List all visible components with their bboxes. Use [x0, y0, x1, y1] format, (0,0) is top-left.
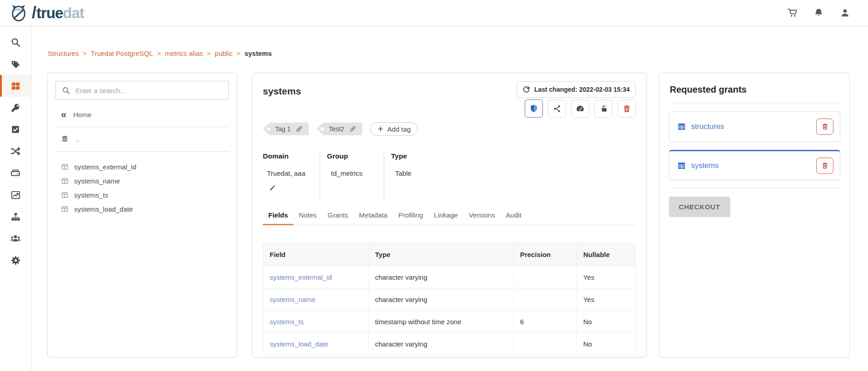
tree-field-item[interactable]: systems_external_id [61, 160, 229, 174]
breadcrumb-link[interactable]: Structures [48, 49, 79, 57]
remove-grant-button[interactable] [816, 119, 833, 135]
grant-link[interactable]: systems [691, 161, 719, 170]
tab-notes[interactable]: Notes [293, 211, 322, 225]
last-changed-label: Last changed: 2022-02-03 15:34 [534, 86, 630, 93]
breadcrumb-separator: > [207, 50, 211, 57]
column-header-nullable: Nullable [577, 243, 635, 266]
breadcrumb-link[interactable]: public [215, 49, 232, 57]
last-changed-button[interactable]: Last changed: 2022-02-03 15:34 [517, 81, 636, 98]
type-value: Table [395, 169, 435, 177]
rail-tags-icon[interactable] [0, 53, 31, 75]
tree-field-label: systems_name [74, 177, 120, 185]
info-group: Group td_metrics [327, 152, 384, 201]
rail-chart-icon[interactable] [0, 184, 31, 206]
delete-structure-button[interactable] [617, 99, 636, 118]
tree-field-item[interactable]: systems_load_date [61, 202, 229, 216]
trash-icon [622, 104, 631, 113]
link-icon[interactable] [349, 125, 356, 133]
divider [55, 127, 229, 127]
bell-icon[interactable] [813, 7, 824, 18]
gauge-icon [576, 104, 585, 113]
field-type: character varying [368, 332, 513, 355]
rail-grid-icon[interactable] [0, 75, 31, 97]
structure-detail-panel: systems Last changed: 2022-02-03 15:34 [252, 73, 647, 357]
tab-metadata[interactable]: Metadata [354, 211, 393, 225]
field-precision [513, 266, 577, 288]
rail-sitemap-icon[interactable] [0, 206, 31, 228]
protect-button[interactable] [525, 99, 543, 118]
tree-parent-item[interactable]: .. [61, 135, 229, 143]
info-type: Type Table [391, 152, 448, 201]
owl-icon [9, 3, 28, 22]
info-domain: Domain Truedat, aaa [263, 152, 320, 201]
column-header-field: Field [263, 243, 368, 266]
field-nullable: No [577, 332, 635, 355]
share-button[interactable] [548, 99, 566, 118]
checkout-button[interactable]: CHECKOUT [669, 197, 730, 217]
rail-key-icon[interactable] [0, 97, 31, 119]
link-icon[interactable] [296, 125, 303, 133]
field-link[interactable]: systems_external_id [270, 273, 332, 281]
field-precision: 6 [513, 310, 577, 332]
tab-profiling[interactable]: Profiling [393, 211, 428, 225]
edit-domain-button[interactable] [269, 184, 277, 192]
breadcrumb-link[interactable]: Truedat PostgreSQL [91, 49, 153, 57]
refresh-icon [522, 86, 530, 94]
tag-label: Test2 [329, 125, 344, 133]
field-link[interactable]: systems_name [270, 296, 316, 303]
field-link[interactable]: systems_load_date [270, 340, 328, 348]
domain-label: Domain [263, 152, 306, 160]
grant-link-wrap[interactable]: structures [677, 122, 816, 131]
field-precision [513, 288, 577, 310]
table-columns-icon [61, 191, 69, 199]
tag-chip[interactable]: Test2 [316, 123, 362, 135]
tags-row: Tag 1 Test2 Add tag [263, 122, 636, 136]
breadcrumb: Structures > Truedat PostgreSQL > metric… [48, 49, 272, 57]
structure-info: Domain Truedat, aaa Group td_metrics Typ… [263, 152, 636, 201]
rail-gear-icon[interactable] [0, 249, 31, 271]
field-precision [513, 332, 577, 355]
field-type: character varying [368, 266, 513, 288]
breadcrumb-current: systems [245, 49, 272, 57]
table-header-row: Field Type Precision Nullable [263, 243, 635, 266]
rail-users-icon[interactable] [0, 228, 31, 249]
grant-link[interactable]: structures [691, 122, 724, 131]
table-row: systems_ts timestamp without time zone 6… [263, 310, 635, 332]
tree-home-link[interactable]: « Home [61, 111, 229, 119]
truedat-logo[interactable]: /truedat [9, 3, 84, 22]
field-type: timestamp without time zone [368, 310, 513, 332]
breadcrumb-link[interactable]: metrics alias [165, 49, 203, 57]
field-nullable: Yes [577, 266, 635, 288]
remove-grant-button[interactable] [816, 158, 833, 174]
field-link[interactable]: systems_ts [270, 318, 304, 326]
tree-field-item[interactable]: systems_name [61, 174, 229, 188]
tab-versions[interactable]: Versions [463, 211, 501, 225]
user-icon[interactable] [840, 7, 851, 18]
tab-fields[interactable]: Fields [263, 211, 293, 225]
rail-drive-icon[interactable] [0, 162, 31, 184]
tree-search-box [55, 81, 229, 100]
rail-search-icon[interactable] [0, 31, 31, 53]
divider [669, 103, 840, 103]
grant-link-wrap[interactable]: systems [677, 161, 816, 170]
detail-header: systems Last changed: 2022-02-03 15:34 [263, 81, 636, 118]
trash-icon [821, 162, 829, 169]
rail-check-square-icon[interactable] [0, 119, 31, 140]
tree-field-item[interactable]: systems_ts [61, 188, 229, 202]
table-columns-icon [61, 177, 69, 185]
grant-card-selected: systems [669, 150, 840, 180]
tag-label: Tag 1 [275, 125, 291, 133]
quality-gauge-button[interactable] [571, 99, 589, 118]
rail-shuffle-icon[interactable] [0, 140, 31, 162]
top-bar: /truedat [0, 0, 868, 26]
tag-chip[interactable]: Tag 1 [263, 123, 309, 135]
search-input[interactable] [75, 87, 222, 94]
add-tag-button[interactable]: Add tag [370, 122, 418, 136]
tab-linkage[interactable]: Linkage [428, 211, 463, 225]
tab-grants[interactable]: Grants [322, 211, 354, 225]
tab-audit[interactable]: Audit [500, 211, 527, 225]
unlock-button[interactable] [594, 99, 612, 118]
cart-icon[interactable] [787, 7, 798, 18]
table-columns-icon [61, 163, 69, 171]
table-columns-icon [61, 205, 69, 213]
